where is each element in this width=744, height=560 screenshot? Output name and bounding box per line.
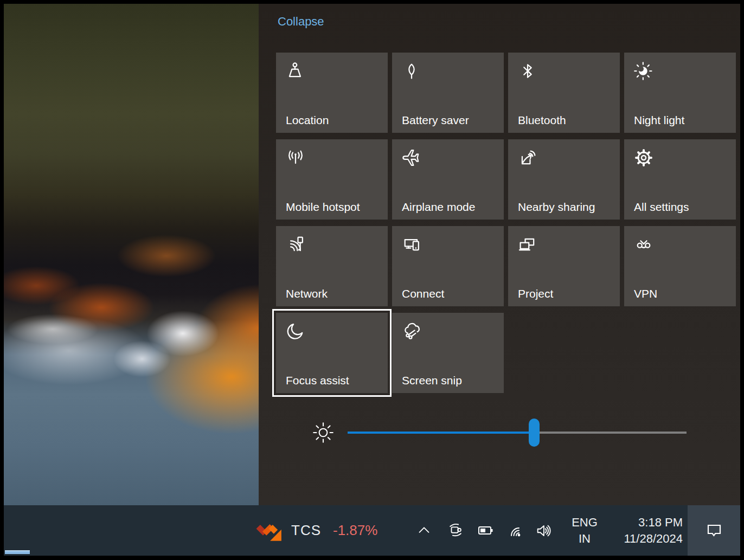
volume-button[interactable] bbox=[531, 505, 556, 556]
wifi-icon bbox=[508, 522, 525, 539]
chevron-up-icon bbox=[415, 522, 433, 539]
action-center-panel: Collapse Location Battery saver bbox=[259, 4, 740, 505]
stock-symbol: TCS bbox=[291, 522, 321, 539]
notification-icon bbox=[704, 521, 724, 540]
tile-screen-snip[interactable]: Screen snip bbox=[392, 313, 504, 393]
airplane-mode-icon bbox=[401, 147, 422, 168]
tile-location[interactable]: Location bbox=[276, 53, 388, 133]
brightness-slider-fill bbox=[348, 432, 534, 434]
meet-now-icon bbox=[447, 522, 464, 539]
mobile-hotspot-icon bbox=[285, 147, 306, 168]
tile-night-light[interactable]: Night light bbox=[624, 53, 736, 133]
quick-actions-grid: Location Battery saver Bluetooth bbox=[276, 53, 736, 393]
location-icon bbox=[285, 61, 306, 81]
desktop: Collapse Location Battery saver bbox=[4, 4, 740, 505]
connect-icon bbox=[401, 234, 422, 255]
tile-all-settings[interactable]: All settings bbox=[624, 139, 736, 220]
battery-button[interactable] bbox=[473, 505, 498, 556]
tile-airplane-mode[interactable]: Airplane mode bbox=[392, 139, 504, 220]
wifi-button[interactable] bbox=[504, 505, 529, 556]
clock-date: 11/28/2024 bbox=[624, 531, 683, 547]
brightness-slider-thumb[interactable] bbox=[529, 419, 540, 447]
project-icon bbox=[517, 234, 538, 255]
stock-trend-down-icon bbox=[255, 518, 283, 543]
meet-now-button[interactable] bbox=[443, 505, 468, 556]
tile-bluetooth[interactable]: Bluetooth bbox=[508, 53, 620, 133]
vpn-icon bbox=[633, 234, 654, 255]
collapse-link[interactable]: Collapse bbox=[278, 15, 324, 29]
all-settings-icon bbox=[633, 147, 654, 168]
tile-vpn[interactable]: VPN bbox=[624, 226, 736, 306]
battery-saver-icon bbox=[401, 61, 422, 81]
brightness-sun-icon bbox=[311, 420, 336, 445]
stock-widget[interactable]: TCS -1.87% bbox=[255, 505, 377, 556]
taskbar: TCS -1.87% bbox=[4, 505, 740, 556]
battery-icon bbox=[477, 522, 495, 539]
volume-icon bbox=[535, 522, 552, 539]
language-line1: ENG bbox=[572, 514, 598, 531]
screen-snip-icon bbox=[401, 321, 422, 342]
network-icon bbox=[285, 234, 306, 255]
action-center-button[interactable] bbox=[688, 505, 740, 556]
language-indicator[interactable]: ENG IN bbox=[565, 505, 605, 556]
nearby-sharing-icon bbox=[517, 147, 538, 168]
stock-change-percent: -1.87% bbox=[333, 522, 377, 539]
taskbar-app-underline-indicator bbox=[5, 550, 30, 554]
focus-assist-icon bbox=[285, 321, 306, 342]
tile-nearby-sharing[interactable]: Nearby sharing bbox=[508, 139, 620, 220]
screen: Collapse Location Battery saver bbox=[0, 0, 744, 560]
tile-focus-assist[interactable]: Focus assist bbox=[276, 313, 388, 393]
brightness-slider[interactable] bbox=[348, 419, 687, 447]
night-light-icon bbox=[633, 61, 654, 81]
tile-mobile-hotspot[interactable]: Mobile hotspot bbox=[276, 139, 388, 220]
language-line2: IN bbox=[579, 531, 591, 547]
bluetooth-icon bbox=[517, 61, 538, 81]
clock-time: 3:18 PM bbox=[638, 514, 683, 531]
tile-network[interactable]: Network bbox=[276, 226, 388, 306]
show-hidden-icons-button[interactable] bbox=[412, 505, 437, 556]
tile-project[interactable]: Project bbox=[508, 226, 620, 306]
tile-battery-saver[interactable]: Battery saver bbox=[392, 53, 504, 133]
taskbar-clock[interactable]: 3:18 PM 11/28/2024 bbox=[602, 505, 683, 556]
brightness-slider-row bbox=[311, 414, 701, 452]
tile-connect[interactable]: Connect bbox=[392, 226, 504, 306]
